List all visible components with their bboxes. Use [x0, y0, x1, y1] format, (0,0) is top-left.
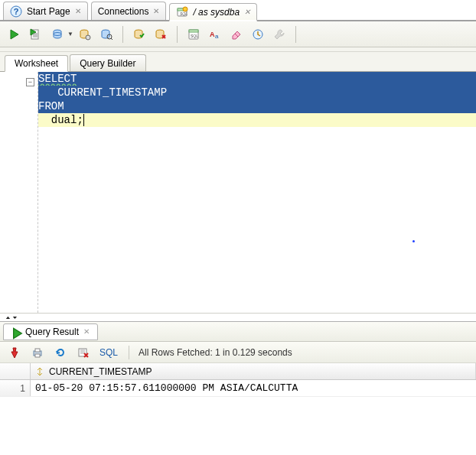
toggle-case-button[interactable]: Aa	[205, 24, 225, 44]
row-number: 1	[0, 380, 31, 396]
svg-text:?: ?	[14, 7, 19, 16]
unshared-worksheet-button[interactable]: SQL	[184, 24, 204, 44]
commit-button[interactable]	[129, 24, 149, 44]
db-icon	[51, 28, 64, 41]
explain-plan-button[interactable]	[75, 24, 95, 44]
tab-label: Connections	[98, 6, 149, 17]
sql-link[interactable]: SQL	[96, 347, 121, 358]
tab-label: Start Page	[27, 6, 70, 17]
worksheet-toolbar: ▼ SQL Aa	[0, 21, 476, 47]
rollback-button[interactable]	[151, 24, 171, 44]
result-toolbar: SQL All Rows Fetched: 1 in 0.129 seconds	[0, 342, 476, 363]
svg-text:SQL: SQL	[191, 34, 198, 38]
tab-worksheet[interactable]: Worksheet	[5, 55, 68, 72]
cell-value[interactable]: 01-05-20 07:15:57.611000000 PM ASIA/CALC…	[31, 380, 476, 396]
run-statement-button[interactable]	[5, 24, 24, 44]
delete-result-icon	[77, 346, 90, 359]
tab-label: / as sysdba	[193, 7, 240, 18]
tab-query-builder[interactable]: Query Builder	[70, 54, 145, 71]
help-icon: ?	[10, 5, 22, 18]
refresh-icon	[54, 346, 67, 359]
separator	[177, 26, 178, 43]
close-icon[interactable]: ✕	[244, 8, 250, 16]
rollback-icon	[155, 28, 167, 41]
document-tabbar: ? Start Page ✕ Connections ✕ SQL / as sy…	[0, 0, 476, 21]
svg-rect-22	[35, 349, 40, 352]
svg-rect-23	[35, 354, 40, 357]
run-script-icon	[30, 28, 42, 41]
tab-label: Query Builder	[80, 58, 135, 69]
separator	[295, 26, 296, 43]
disabled-tool-button	[269, 24, 289, 44]
tab-connections[interactable]: Connections ✕	[91, 2, 167, 20]
tab-label: Worksheet	[15, 58, 58, 69]
grid-header-row: CURRENT_TIMESTAMP	[0, 363, 476, 380]
result-grid: CURRENT_TIMESTAMP 1 01-05-20 07:15:57.61…	[0, 363, 476, 397]
sql-history-button[interactable]	[248, 24, 268, 44]
editor-gutter: −	[0, 72, 38, 313]
run-script-button[interactable]	[26, 24, 46, 44]
code-text: SELECT	[38, 73, 77, 85]
svg-text:a: a	[215, 33, 219, 40]
tab-label: Query Result	[25, 327, 79, 337]
close-icon[interactable]: ✕	[153, 7, 159, 15]
dropdown-arrow-icon[interactable]: ▼	[67, 31, 73, 37]
pin-button[interactable]	[5, 343, 24, 362]
sql-editor[interactable]: − SELECT CURRENT_TIMESTAMP FROM dual;	[0, 72, 476, 314]
svg-text:A: A	[210, 31, 215, 38]
print-button[interactable]	[28, 343, 47, 362]
run-small-icon	[11, 327, 21, 336]
print-icon	[31, 346, 44, 359]
table-row[interactable]: 1 01-05-20 07:15:57.611000000 PM ASIA/CA…	[0, 380, 476, 397]
svg-point-10	[86, 35, 90, 40]
pin-icon	[8, 346, 21, 359]
tab-current-connection[interactable]: SQL / as sysdba ✕	[169, 3, 257, 21]
commit-icon	[133, 28, 145, 41]
separator	[122, 26, 123, 43]
autotrace-button[interactable]	[96, 24, 116, 44]
svg-rect-16	[189, 30, 198, 32]
eraser-icon	[230, 28, 243, 41]
db-gear-icon	[79, 28, 91, 41]
close-icon[interactable]: ✕	[83, 327, 90, 336]
code-text: dual;	[38, 114, 83, 126]
wrench-icon	[273, 28, 285, 41]
delete-result-button[interactable]	[73, 343, 93, 362]
tab-start-page[interactable]: ? Start Page ✕	[3, 2, 88, 20]
text-caret	[83, 114, 90, 126]
db-dropdown-button[interactable]	[47, 24, 67, 44]
result-panel: Query Result ✕ SQL All Rows Fetched: 1 i…	[0, 321, 476, 455]
column-name: CURRENT_TIMESTAMP	[49, 366, 152, 377]
marker-dot	[412, 240, 415, 242]
column-header[interactable]: CURRENT_TIMESTAMP	[31, 363, 476, 379]
editor-tabbar: Worksheet Query Builder	[0, 52, 476, 72]
sql-page-icon: SQL	[187, 28, 200, 41]
history-icon	[252, 28, 264, 41]
result-tabbar: Query Result ✕	[0, 322, 476, 342]
close-icon[interactable]: ✕	[75, 7, 81, 15]
fold-toggle[interactable]: −	[26, 78, 34, 86]
editor-content[interactable]: SELECT CURRENT_TIMESTAMP FROM dual;	[38, 72, 476, 313]
fetch-status: All Rows Fetched: 1 in 0.129 seconds	[139, 347, 292, 358]
db-search-icon	[100, 28, 112, 41]
worksheet-icon: SQL	[176, 6, 188, 18]
code-text: CURRENT_TIMESTAMP	[38, 86, 167, 99]
pane-splitter[interactable]: ▲▼	[0, 314, 476, 321]
code-text: FROM	[38, 100, 64, 112]
run-icon	[8, 28, 21, 41]
clear-button[interactable]	[227, 24, 246, 44]
row-number-header	[0, 363, 31, 379]
tab-query-result[interactable]: Query Result ✕	[3, 323, 98, 340]
separator	[129, 346, 129, 359]
toggle-case-icon: Aa	[209, 28, 221, 41]
refresh-result-button[interactable]	[51, 343, 70, 362]
column-handle-icon	[35, 367, 44, 376]
svg-text:SQL: SQL	[180, 11, 187, 16]
